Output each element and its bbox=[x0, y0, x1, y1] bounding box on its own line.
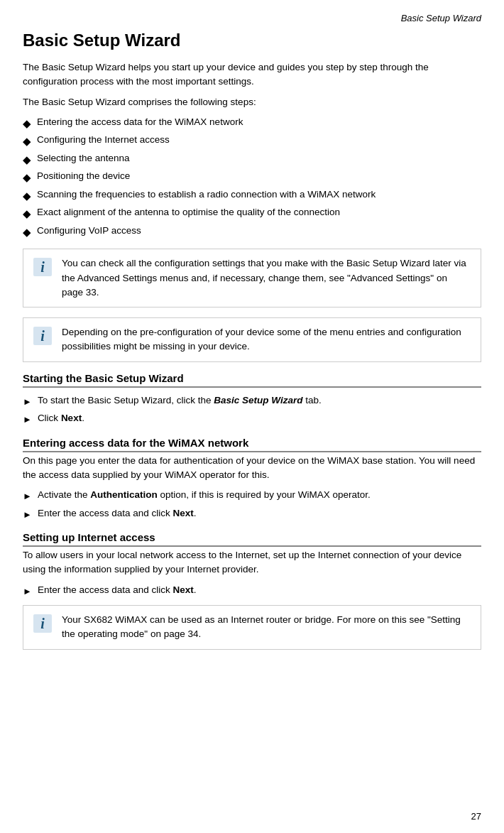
info-icon-3: i bbox=[33, 614, 52, 633]
info-text-3: Your SX682 WiMAX can be used as an Inter… bbox=[62, 613, 471, 642]
list-item: ◆ Configuring the Internet access bbox=[23, 133, 481, 150]
list-item: ► Enter the access data and click Next. bbox=[23, 506, 481, 522]
list-item: ◆ Selecting the antenna bbox=[23, 151, 481, 168]
bullet-icon: ◆ bbox=[23, 134, 31, 150]
header-title: Basic Setup Wizard bbox=[401, 13, 481, 23]
arrow-icon: ► bbox=[23, 413, 32, 427]
bullet-list: ◆ Entering the access data for the WiMAX… bbox=[23, 115, 481, 241]
list-item: ◆ Scanning the frequencies to establish … bbox=[23, 187, 481, 205]
arrow-icon: ► bbox=[23, 489, 32, 503]
entering-step2-text: Enter the access data and click Next. bbox=[38, 506, 197, 521]
entering-para: On this page you enter the data for auth… bbox=[23, 454, 481, 483]
page-header: Basic Setup Wizard bbox=[23, 13, 481, 23]
arrow-icon: ► bbox=[23, 395, 32, 409]
bullet-text: Scanning the frequencies to establish a … bbox=[37, 187, 376, 202]
arrow-icon: ► bbox=[23, 508, 32, 522]
page-container: Basic Setup Wizard Basic Setup Wizard Th… bbox=[0, 0, 504, 833]
entering-step1-text: Activate the Authentication option, if t… bbox=[38, 488, 371, 502]
info-box-3: i Your SX682 WiMAX can be used as an Int… bbox=[23, 605, 481, 650]
section-heading-starting: Starting the Basic Setup Wizard bbox=[23, 372, 481, 388]
list-item: ◆ Configuring VoIP access bbox=[23, 224, 481, 241]
page-number: 27 bbox=[471, 811, 481, 822]
internet-steps: ► Enter the access data and click Next. bbox=[23, 583, 481, 599]
bullet-icon: ◆ bbox=[23, 170, 31, 186]
starting-steps: ► To start the Basic Setup Wizard, click… bbox=[23, 393, 481, 427]
list-item: ◆ Positioning the device bbox=[23, 169, 481, 186]
bullet-text: Selecting the antenna bbox=[37, 151, 130, 165]
bullet-text: Configuring the Internet access bbox=[37, 133, 170, 147]
info-box-2: i Depending on the pre-configuration of … bbox=[23, 317, 481, 362]
list-item: ► Enter the access data and click Next. bbox=[23, 583, 481, 599]
bullet-icon: ◆ bbox=[23, 116, 31, 132]
bullet-icon: ◆ bbox=[23, 206, 31, 222]
section-heading-entering: Entering access data for the WiMAX netwo… bbox=[23, 437, 481, 452]
intro-para2: The Basic Setup Wizard comprises the fol… bbox=[23, 95, 481, 109]
info-text-2: Depending on the pre-configuration of yo… bbox=[62, 325, 471, 354]
section-heading-internet: Setting up Internet access bbox=[23, 531, 481, 547]
bullet-icon: ◆ bbox=[23, 152, 31, 168]
bullet-text: Configuring VoIP access bbox=[37, 224, 141, 238]
info-icon-1: i bbox=[33, 258, 52, 276]
list-item: ► To start the Basic Setup Wizard, click… bbox=[23, 393, 481, 409]
bullet-text: Positioning the device bbox=[37, 169, 130, 183]
arrow-icon: ► bbox=[23, 584, 32, 599]
bullet-icon: ◆ bbox=[23, 188, 31, 205]
list-item: ► Activate the Authentication option, if… bbox=[23, 488, 481, 503]
page-title: Basic Setup Wizard bbox=[23, 31, 481, 50]
list-item: ◆ Entering the access data for the WiMAX… bbox=[23, 115, 481, 132]
info-box-1: i You can check all the configuration se… bbox=[23, 249, 481, 307]
bullet-text: Entering the access data for the WiMAX n… bbox=[37, 115, 243, 129]
starting-step1-text: To start the Basic Setup Wizard, click t… bbox=[38, 393, 322, 408]
internet-step1-text: Enter the access data and click Next. bbox=[38, 583, 197, 597]
internet-para: To allow users in your local network acc… bbox=[23, 548, 481, 577]
starting-step2-text: Click Next. bbox=[38, 411, 84, 425]
list-item: ◆ Exact alignment of the antenna to opti… bbox=[23, 205, 481, 222]
info-icon-2: i bbox=[33, 327, 52, 345]
bullet-text: Exact alignment of the antenna to optimi… bbox=[37, 205, 340, 219]
intro-para1: The Basic Setup Wizard helps you start u… bbox=[23, 60, 481, 89]
entering-steps: ► Activate the Authentication option, if… bbox=[23, 488, 481, 521]
bullet-icon: ◆ bbox=[23, 224, 31, 241]
info-text-1: You can check all the configuration sett… bbox=[62, 256, 471, 300]
list-item: ► Click Next. bbox=[23, 411, 481, 427]
